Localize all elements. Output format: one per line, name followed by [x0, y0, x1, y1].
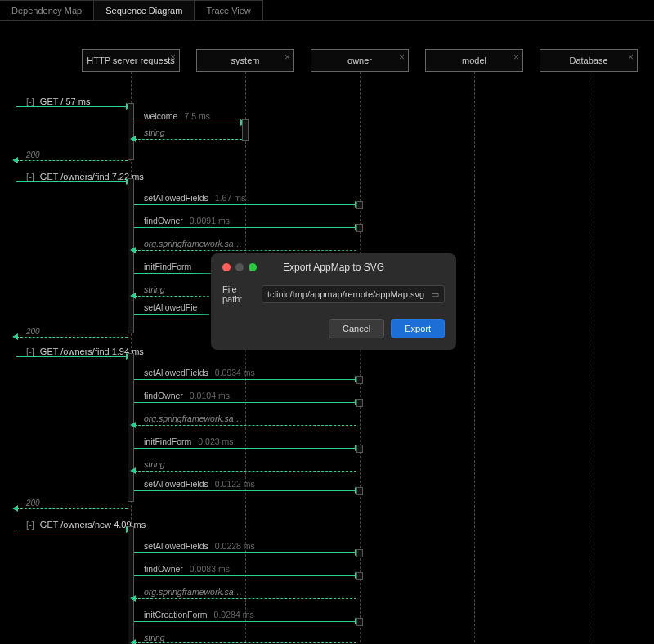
activation-bar [128, 103, 134, 160]
arrow-head-icon [12, 157, 18, 163]
ext-label-text: GET /owners/new [40, 520, 111, 530]
msg-return: string [144, 633, 165, 642]
arrow [134, 296, 209, 297]
msg-return: string [144, 459, 165, 469]
arrow [134, 379, 356, 380]
lifeline-system [245, 72, 246, 642]
msg[interactable]: setAllowedFields0.0228 ms [144, 541, 255, 551]
folder-icon[interactable]: ▭ [431, 289, 439, 300]
status-code: 200 [26, 499, 40, 508]
col-http[interactable]: HTTP server requests × [82, 49, 180, 72]
arrow [134, 227, 356, 228]
msg[interactable]: findOwner0.0083 ms [144, 564, 230, 574]
tab-sequence-diagram[interactable]: Sequence Diagram [93, 0, 195, 20]
ext-label-text: GET /owners/find [40, 172, 110, 181]
collapse-toggle[interactable]: [-] [26, 347, 34, 356]
collapse-toggle[interactable]: [-] [26, 96, 34, 106]
lifeline-database [589, 72, 589, 642]
export-button[interactable]: Export [391, 319, 445, 338]
msg-return: string [144, 284, 165, 294]
msg-return: org.springframework.sa… [144, 587, 242, 597]
msg[interactable]: setAllowedFields1.67 ms [144, 193, 245, 203]
msg-welcome[interactable]: welcome7.5 ms [144, 111, 210, 121]
arrow-head-icon [12, 505, 18, 512]
window-controls [222, 263, 257, 271]
close-icon[interactable]: × [628, 51, 634, 63]
arrow-head-icon [130, 595, 136, 602]
msg-return: string [144, 127, 165, 137]
minimize-window-icon[interactable] [235, 263, 244, 271]
activation-bar [128, 526, 134, 644]
arrow-head-icon [130, 422, 136, 428]
arrow [134, 471, 356, 472]
arrow [134, 204, 356, 205]
arrow [16, 356, 128, 357]
activation-bar [356, 376, 363, 384]
arrow [16, 160, 128, 161]
activation-bar [242, 119, 249, 141]
close-icon[interactable]: × [170, 51, 176, 63]
msg[interactable]: initCreationForm0.0284 ms [144, 610, 254, 619]
arrow [16, 106, 128, 107]
msg-return: org.springframework.sa… [144, 239, 242, 248]
file-path-label: File path: [222, 284, 255, 304]
arrow [134, 621, 356, 622]
close-window-icon[interactable] [222, 263, 231, 271]
status-code: 200 [26, 327, 40, 336]
zoom-window-icon[interactable] [249, 263, 257, 271]
ext-label-text: GET /owners/find [40, 347, 110, 356]
ext-label-text: GET / [40, 96, 64, 106]
activation-bar [356, 549, 363, 557]
dialog-titlebar: Export AppMap to SVG [222, 262, 445, 280]
msg[interactable]: findOwner0.0091 ms [144, 216, 230, 226]
arrow [134, 598, 356, 599]
msg[interactable]: setAllowedFie [144, 302, 197, 312]
collapse-toggle[interactable]: [-] [26, 172, 34, 181]
col-label: model [462, 56, 486, 65]
tab-dependency-map[interactable]: Dependency Map [0, 0, 94, 20]
arrow [16, 337, 128, 338]
close-icon[interactable]: × [284, 51, 290, 63]
activation-bar [356, 224, 363, 232]
arrow-head-icon [130, 293, 136, 299]
arrow-head-icon [12, 333, 18, 340]
ext-event[interactable]: [-] GET / 57 ms [26, 96, 90, 106]
arrow [134, 123, 242, 123]
activation-bar [356, 572, 363, 580]
close-icon[interactable]: × [399, 51, 405, 63]
activation-bar [356, 201, 363, 209]
dialog-title: Export AppMap to SVG [283, 262, 384, 273]
msg[interactable]: findOwner0.0104 ms [144, 391, 230, 400]
msg-return: org.springframework.sa… [144, 414, 242, 423]
ext-dur: 57 ms [65, 96, 90, 106]
activation-bar [356, 399, 363, 407]
col-label: system [231, 56, 260, 65]
arrow-head-icon [130, 467, 136, 474]
arrow [134, 250, 356, 251]
msg[interactable]: initFindForm0.023 ms [144, 436, 234, 446]
activation-bar [356, 618, 363, 626]
col-system[interactable]: system × [196, 49, 294, 72]
export-dialog: Export AppMap to SVG File path: tclinic/… [211, 253, 456, 350]
arrow [134, 642, 356, 643]
col-owner[interactable]: owner × [311, 49, 409, 72]
file-path-input[interactable]: tclinic/tmp/appmap/remote/appMap.svg ▭ [262, 285, 445, 303]
cancel-button[interactable]: Cancel [329, 319, 384, 338]
arrow [134, 575, 356, 576]
msg[interactable]: setAllowedFields0.0934 ms [144, 368, 255, 378]
arrow [16, 530, 128, 530]
activation-bar [128, 178, 134, 333]
tab-trace-view[interactable]: Trace View [194, 0, 262, 20]
col-model[interactable]: model × [425, 49, 523, 72]
col-database[interactable]: Database × [540, 49, 638, 72]
activation-bar [356, 487, 363, 495]
col-label: HTTP server requests [87, 56, 174, 65]
msg[interactable]: setAllowedFields0.0122 ms [144, 479, 255, 489]
arrow [16, 508, 128, 509]
collapse-toggle[interactable]: [-] [26, 520, 34, 530]
close-icon[interactable]: × [513, 51, 519, 63]
col-label: owner [347, 56, 372, 65]
arrow [134, 314, 209, 315]
msg[interactable]: initFindForm [144, 262, 191, 271]
arrow [134, 490, 356, 491]
